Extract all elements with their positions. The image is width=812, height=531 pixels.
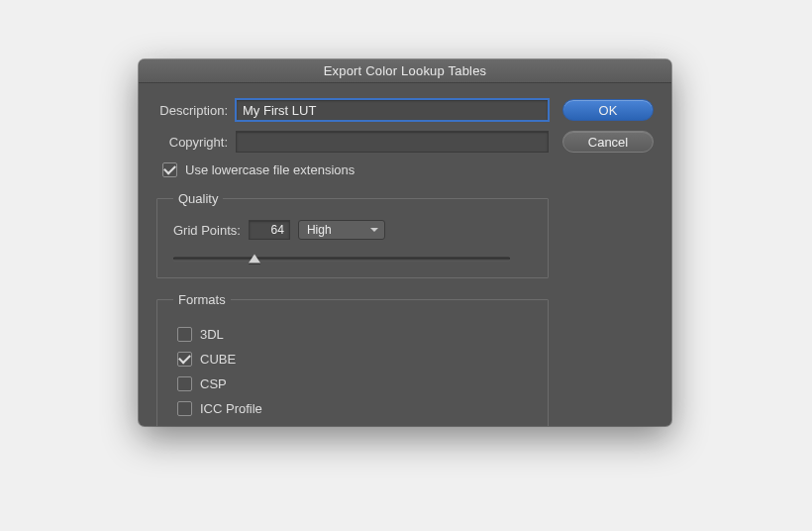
description-label: Description:	[156, 103, 236, 118]
copyright-row: Copyright:	[156, 131, 549, 153]
dialog-content: Description: Copyright: Use lowercase fi…	[139, 83, 671, 426]
copyright-label: Copyright:	[156, 135, 236, 150]
quality-group: Quality Grid Points: High	[156, 191, 549, 278]
format-item: 3DL	[177, 327, 532, 342]
lowercase-extensions-row: Use lowercase file extensions	[162, 162, 549, 177]
dialog-title: Export Color Lookup Tables	[139, 59, 671, 83]
main-panel: Description: Copyright: Use lowercase fi…	[156, 99, 549, 426]
slider-thumb[interactable]	[249, 255, 260, 264]
formats-legend: Formats	[173, 292, 231, 307]
quality-preset-value: High	[307, 223, 332, 237]
format-label: ICC Profile	[200, 401, 262, 416]
dialog-window: Export Color Lookup Tables Description: …	[139, 59, 671, 426]
slider-track	[173, 258, 510, 261]
description-row: Description:	[156, 99, 549, 121]
quality-legend: Quality	[173, 191, 223, 206]
format-item: CUBE	[177, 352, 532, 367]
formats-list: 3DLCUBECSPICC Profile	[173, 327, 532, 416]
format-checkbox[interactable]	[177, 327, 192, 342]
format-label: CUBE	[200, 352, 236, 367]
grid-points-row: Grid Points: High	[173, 220, 532, 240]
grid-points-slider[interactable]	[173, 252, 510, 266]
format-item: CSP	[177, 376, 532, 391]
quality-preset-select[interactable]: High	[298, 220, 385, 240]
cancel-button[interactable]: Cancel	[562, 131, 654, 153]
action-buttons: OK Cancel	[562, 99, 654, 426]
lowercase-extensions-label: Use lowercase file extensions	[185, 162, 355, 177]
copyright-input[interactable]	[236, 131, 549, 153]
grid-points-label: Grid Points:	[173, 223, 241, 238]
format-label: 3DL	[200, 327, 224, 342]
format-label: CSP	[200, 376, 227, 391]
lowercase-extensions-checkbox[interactable]	[162, 162, 177, 177]
ok-button[interactable]: OK	[562, 99, 654, 121]
format-checkbox[interactable]	[177, 376, 192, 391]
format-item: ICC Profile	[177, 401, 532, 416]
grid-points-input[interactable]	[249, 220, 290, 240]
format-checkbox[interactable]	[177, 352, 192, 367]
format-checkbox[interactable]	[177, 401, 192, 416]
formats-group: Formats 3DLCUBECSPICC Profile	[156, 292, 549, 426]
description-input[interactable]	[236, 99, 549, 121]
